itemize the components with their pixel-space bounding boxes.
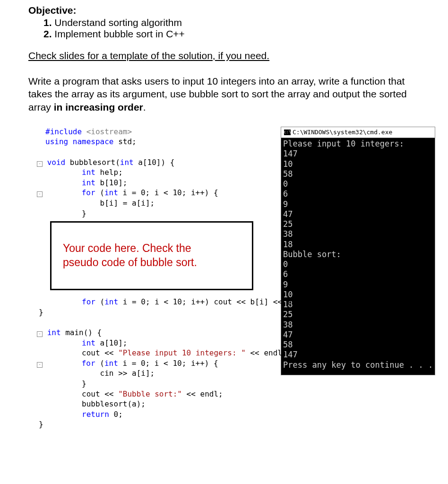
console-line: 58 [283, 340, 433, 350]
placeholder-text-2: pseudo code of bubble sort. [63, 256, 252, 270]
code-placeholder-box: Your code here. Check the pseudo code of… [50, 221, 253, 290]
console-window: c:\ C:\WINDOWS\system32\cmd.exe Please i… [281, 127, 435, 375]
console-line: 47 [283, 209, 433, 219]
console-line: 9 [283, 199, 433, 209]
objective-list: 1. Understand sorting algorithm 2. Imple… [43, 17, 429, 40]
code-include: #include [45, 127, 86, 136]
console-line: 0 [283, 179, 433, 189]
console-line: Press any key to continue . . . [283, 360, 433, 370]
fold-icon: - [37, 362, 43, 368]
work-area: #include <iostream> using namespace std;… [28, 127, 429, 430]
code-editor: #include <iostream> using namespace std;… [28, 127, 279, 430]
check-slides-note: Check slides for a template of the solut… [28, 50, 429, 61]
fold-icon: - [37, 191, 43, 197]
console-line: 6 [283, 189, 433, 199]
placeholder-text-1: Your code here. Check the [63, 242, 252, 256]
console-line: 38 [283, 320, 433, 330]
objective-item-1: 1. Understand sorting algorithm [43, 17, 429, 28]
console-titlebar: c:\ C:\WINDOWS\system32\cmd.exe [281, 127, 435, 138]
objective-heading: Objective: [28, 5, 429, 16]
console-line: 25 [283, 310, 433, 320]
document-page: Objective: 1. Understand sorting algorit… [0, 0, 448, 449]
console-line: 10 [283, 159, 433, 169]
cmd-icon: c:\ [284, 130, 291, 135]
console-title-text: C:\WINDOWS\system32\cmd.exe [293, 129, 392, 136]
console-line: Bubble sort: [283, 250, 433, 259]
console-line: 147 [283, 350, 433, 360]
console-line: 25 [283, 219, 433, 229]
console-line: 38 [283, 229, 433, 239]
console-line: Please input 10 integers: [283, 139, 433, 149]
instructions-paragraph: Write a program that asks users to input… [28, 75, 429, 113]
objective-item-2: 2. Implement bubble sort in C++ [43, 28, 429, 40]
console-line: 18 [283, 240, 433, 250]
console-line: 0 [283, 259, 433, 269]
console-line: 58 [283, 169, 433, 179]
console-line: 147 [283, 149, 433, 159]
console-line: 47 [283, 330, 433, 340]
console-line: 9 [283, 280, 433, 290]
fold-icon: - [37, 161, 43, 167]
console-line: 6 [283, 269, 433, 279]
console-body: Please input 10 integers: 147 10 58 0 6 … [281, 138, 435, 375]
fold-icon: - [37, 331, 43, 337]
